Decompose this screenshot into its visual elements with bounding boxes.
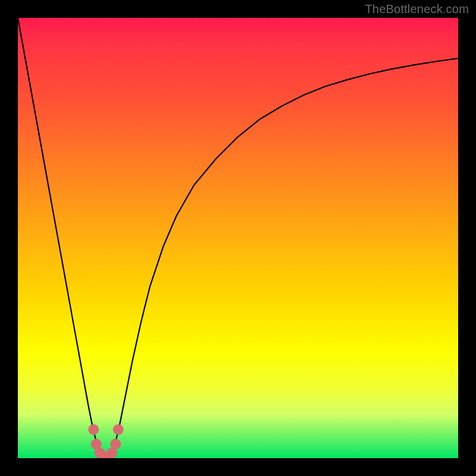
marker-dot bbox=[88, 424, 99, 435]
curve-svg bbox=[18, 18, 458, 458]
marker-dot bbox=[110, 439, 121, 449]
bottom-cluster-markers bbox=[88, 424, 123, 458]
chart-frame: TheBottleneck.com bbox=[0, 0, 476, 476]
bottleneck-curve bbox=[18, 18, 458, 458]
marker-dot bbox=[113, 424, 124, 435]
watermark-text: TheBottleneck.com bbox=[365, 2, 469, 16]
plot-area bbox=[18, 18, 458, 458]
